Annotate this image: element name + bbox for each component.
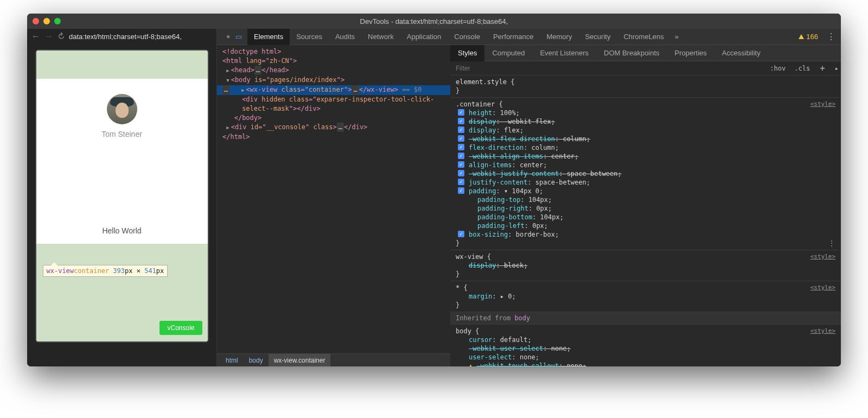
new-style-rule-icon[interactable]: +: [814, 63, 831, 73]
subtab-accessibility[interactable]: Accessibility: [714, 45, 768, 61]
css-declaration[interactable]: flex-direction: column;: [456, 143, 835, 152]
tab-console[interactable]: Console: [448, 29, 487, 45]
close-icon[interactable]: [33, 18, 39, 24]
minimize-icon[interactable]: [43, 18, 50, 24]
tab-memory[interactable]: Memory: [540, 29, 578, 45]
css-declaration[interactable]: ▲ -webkit-touch-callout: none;: [456, 362, 835, 366]
css-declaration[interactable]: -webkit-user-select: none;: [456, 344, 835, 353]
css-sub-declaration[interactable]: padding-bottom: 104px;: [456, 213, 835, 221]
rule-star: <style> * { margin: ▸ 0; }: [450, 281, 841, 312]
dom-selected-node: … <wx-view class="container">…</wx-view>…: [217, 85, 450, 95]
tab-chromelens[interactable]: ChromeLens: [617, 29, 670, 45]
styles-list[interactable]: element.style { } <style> .container { h…: [450, 75, 841, 366]
inspect-tooltip: wx-viewcontainer 393px × 541px: [43, 265, 168, 277]
warning-count[interactable]: 166: [799, 33, 821, 41]
window-title: DevTools - data:text/html;charset=utf-8;…: [27, 17, 841, 26]
titlebar: DevTools - data:text/html;charset=utf-8;…: [27, 14, 841, 29]
css-declaration[interactable]: height: 100%;: [456, 109, 835, 117]
tab-application[interactable]: Application: [400, 29, 448, 45]
checkbox-icon[interactable]: [458, 231, 464, 237]
elements-panel: <!doctype html> <html lang="zh-CN"> <hea…: [217, 45, 450, 366]
css-declaration[interactable]: display: -webkit-flex;: [456, 117, 835, 126]
avatar: [107, 94, 137, 124]
devtools-tabs: ⌖ ▭ Elements Sources Audits Network Appl…: [217, 29, 841, 45]
checkbox-icon[interactable]: [458, 126, 464, 133]
maximize-icon[interactable]: [54, 18, 61, 24]
device-toggle-icon[interactable]: ▭: [234, 33, 243, 41]
checkbox-icon[interactable]: [458, 187, 464, 194]
css-sub-declaration[interactable]: padding-top: 104px;: [456, 195, 835, 204]
subtab-properties[interactable]: Properties: [667, 45, 714, 61]
css-declaration[interactable]: display: flex;: [456, 126, 835, 135]
checkbox-icon[interactable]: [458, 144, 464, 150]
styles-panel: Styles Computed Event Listeners DOM Brea…: [450, 45, 841, 366]
inspect-element-icon[interactable]: ⌖: [224, 33, 232, 41]
devtools-window: DevTools - data:text/html;charset=utf-8;…: [27, 14, 841, 366]
crumb-wxview[interactable]: wx-view.container: [269, 354, 331, 367]
subtab-dom-breakpoints[interactable]: DOM Breakpoints: [596, 45, 667, 61]
checkbox-icon[interactable]: [458, 135, 464, 142]
css-declaration[interactable]: user-select: none;: [456, 353, 835, 362]
checkbox-icon[interactable]: [458, 153, 464, 159]
rule-element-style: element.style { }: [450, 75, 841, 98]
preview-pane: ← → ↻ data:text/html;charset=utf-8;base6…: [27, 29, 217, 366]
css-declaration[interactable]: align-items: center;: [456, 161, 835, 169]
rule-body: <style> body { cursor: default;-webkit-u…: [450, 325, 841, 366]
breadcrumb: html body wx-view.container: [217, 353, 450, 366]
checkbox-icon[interactable]: [458, 179, 464, 185]
css-sub-declaration[interactable]: padding-right: 0px;: [456, 204, 835, 213]
hov-toggle[interactable]: :hov: [765, 65, 790, 72]
device-preview[interactable]: Tom Steiner Hello World wx-viewcontainer…: [35, 49, 209, 343]
devtools-menu-icon[interactable]: ⋮: [821, 31, 841, 42]
css-sub-declaration[interactable]: padding-left: 0px;: [456, 221, 835, 230]
checkbox-icon[interactable]: [458, 118, 464, 124]
url-bar[interactable]: data:text/html;charset=utf-8;base64,: [69, 33, 212, 41]
checkbox-icon[interactable]: [458, 109, 464, 116]
style-source-link[interactable]: <style>: [810, 283, 835, 292]
subtab-event-listeners[interactable]: Event Listeners: [532, 45, 596, 61]
crumb-body[interactable]: body: [244, 354, 269, 367]
checkbox-icon[interactable]: [458, 161, 464, 168]
css-declaration[interactable]: justify-content: space-between;: [456, 178, 835, 187]
rule-wxview: <style> wx-view { display: block; }: [450, 250, 841, 281]
style-source-link[interactable]: <style>: [810, 252, 835, 261]
dom-tree[interactable]: <!doctype html> <html lang="zh-CN"> <hea…: [217, 45, 450, 353]
forward-icon[interactable]: →: [44, 32, 53, 41]
css-declaration[interactable]: cursor: default;: [456, 335, 835, 344]
reload-icon[interactable]: ↻: [55, 31, 67, 42]
subtab-computed[interactable]: Computed: [484, 45, 532, 61]
css-declaration[interactable]: -webkit-justify-content: space-between;: [456, 169, 835, 178]
tab-security[interactable]: Security: [578, 29, 617, 45]
cls-toggle[interactable]: .cls: [790, 65, 814, 72]
css-declaration[interactable]: -webkit-flex-direction: column;: [456, 135, 835, 143]
css-declaration[interactable]: -webkit-align-items: center;: [456, 152, 835, 161]
subtab-styles[interactable]: Styles: [450, 45, 484, 61]
styles-scroll-icon[interactable]: ▸: [831, 65, 841, 72]
tab-audits[interactable]: Audits: [329, 29, 361, 45]
hello-label: Hello World: [36, 221, 208, 244]
warning-icon: [799, 34, 804, 39]
inherited-header: Inherited from body: [450, 312, 841, 325]
style-source-link[interactable]: <style>: [810, 100, 835, 109]
rule-container: <style> .container { height: 100%;displa…: [450, 98, 841, 250]
back-icon[interactable]: ←: [31, 32, 40, 41]
style-source-link[interactable]: <style>: [810, 327, 835, 335]
tab-elements[interactable]: Elements: [247, 29, 290, 45]
tabs-overflow-icon[interactable]: »: [672, 33, 682, 41]
username-label: Tom Steiner: [101, 130, 142, 138]
tab-performance[interactable]: Performance: [487, 29, 540, 45]
styles-filter-input[interactable]: [450, 65, 765, 72]
tab-sources[interactable]: Sources: [290, 29, 329, 45]
crumb-html[interactable]: html: [220, 354, 244, 367]
tab-network[interactable]: Network: [361, 29, 400, 45]
vconsole-button[interactable]: vConsole: [159, 321, 202, 335]
rule-menu-icon[interactable]: ⋮: [828, 239, 835, 248]
checkbox-icon[interactable]: [458, 170, 464, 176]
